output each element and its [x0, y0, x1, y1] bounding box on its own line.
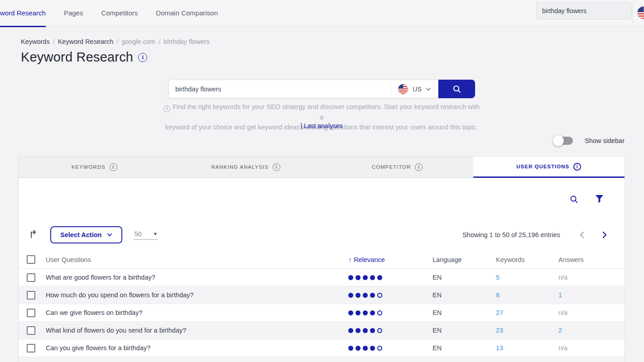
- topbar-search-input[interactable]: [536, 2, 632, 19]
- results-card: KEYWORDS RANKING ANALYSIS COMPETITOR USE…: [18, 156, 625, 362]
- last-analyses-link[interactable]: | Last analyses: [163, 122, 480, 129]
- tab-competitor[interactable]: COMPETITOR: [322, 157, 473, 178]
- question-text: Can you give flowers for a birthday?: [46, 344, 348, 352]
- keyword-search-input[interactable]: [168, 80, 390, 98]
- breadcrumb-separator: /: [116, 38, 118, 45]
- relevance-dot: [363, 275, 368, 280]
- info-icon[interactable]: [573, 163, 581, 171]
- relevance-dot: [356, 275, 360, 280]
- answers-value: n/a: [558, 274, 625, 281]
- relevance-dot: [363, 310, 368, 315]
- country-selector[interactable]: US: [390, 80, 438, 98]
- breadcrumb-keyword-research[interactable]: Keyword Research: [58, 38, 114, 45]
- sort-ascending-icon: ↑: [348, 256, 351, 263]
- header-answers[interactable]: Answers: [558, 256, 625, 263]
- relevance-dots: [348, 310, 433, 315]
- relevance-dot: [363, 328, 368, 333]
- header-user-questions: User Questions: [46, 256, 348, 263]
- breadcrumb: Keywords/Keyword Research/google.com/bir…: [21, 38, 210, 45]
- keyword-search-bar: US: [168, 80, 475, 98]
- relevance-dots: [348, 346, 433, 351]
- language-value: EN: [433, 291, 496, 299]
- header-keywords[interactable]: Keywords: [496, 256, 558, 263]
- country-code: US: [413, 86, 421, 93]
- show-sidebar-toggle[interactable]: [554, 137, 573, 145]
- info-icon[interactable]: [110, 163, 117, 171]
- keywords-count-link[interactable]: 27: [496, 309, 503, 316]
- title-info-icon[interactable]: [138, 53, 147, 62]
- header-relevance[interactable]: ↑ Relevance: [348, 256, 433, 263]
- select-all-checkbox[interactable]: [27, 255, 35, 264]
- relevance-dot: [377, 310, 382, 315]
- language-value: EN: [433, 327, 496, 334]
- show-sidebar-label: Show sidebar: [585, 137, 625, 144]
- row-checkbox[interactable]: [27, 273, 35, 282]
- select-action-button[interactable]: Select Action: [50, 226, 122, 243]
- relevance-dot: [356, 346, 360, 351]
- pagination-status: Showing 1 to 50 of 25,196 entries: [462, 231, 560, 238]
- keywords-count-link[interactable]: 5: [496, 274, 500, 281]
- page-title: Keyword Research: [21, 50, 133, 65]
- info-icon[interactable]: [415, 163, 423, 171]
- keywords-count-link[interactable]: 13: [496, 344, 503, 352]
- divider: [633, 1, 633, 23]
- info-icon[interactable]: [273, 163, 280, 171]
- table-row: Can we give flowers on birthday? EN 27 n…: [19, 304, 625, 322]
- next-page-button[interactable]: [602, 231, 607, 238]
- relevance-dot: [370, 275, 375, 280]
- relevance-dot: [356, 328, 360, 333]
- user-questions-table: User Questions ↑ Relevance Language Keyw…: [19, 251, 625, 362]
- table-row: What are good flowers for a birthday? EN…: [19, 269, 625, 286]
- toggle-knob: [553, 135, 564, 146]
- relevance-dot: [377, 293, 382, 298]
- relevance-dot: [348, 293, 353, 298]
- search-button[interactable]: [438, 80, 475, 98]
- table-row: What kind of flowers do you send for a b…: [19, 322, 625, 339]
- relevance-dots: [348, 328, 433, 333]
- us-flag-icon[interactable]: [637, 6, 644, 19]
- table-header-row: User Questions ↑ Relevance Language Keyw…: [19, 251, 625, 269]
- relevance-dot: [377, 346, 382, 351]
- relevance-dot: [370, 346, 375, 351]
- relevance-dot: [370, 328, 375, 333]
- breadcrumb-separator: /: [159, 38, 160, 45]
- relevance-dot: [363, 346, 368, 351]
- nav-item-keyword-research[interactable]: word Research: [0, 0, 46, 26]
- header-language[interactable]: Language: [433, 256, 496, 263]
- tab-keywords[interactable]: KEYWORDS: [19, 157, 170, 178]
- export-icon[interactable]: ↱: [29, 229, 38, 240]
- nav-item-domain-comparison[interactable]: Domain Comparison: [156, 0, 218, 26]
- filter-icon[interactable]: [595, 195, 604, 204]
- breadcrumb-keywords[interactable]: Keywords: [21, 38, 50, 45]
- top-navigation-bar: word Research Pages Competitors Domain C…: [0, 0, 644, 26]
- question-text: How much do you spend on flowers for a b…: [46, 291, 348, 299]
- row-checkbox[interactable]: [27, 344, 35, 352]
- relevance-dot: [348, 310, 353, 315]
- table-row: Can you give flowers for a birthday? EN …: [19, 339, 625, 357]
- tab-user-questions[interactable]: USER QUESTIONS: [473, 157, 625, 178]
- question-text: What are good flowers for a birthday?: [46, 274, 348, 281]
- breadcrumb-keyword: birthday flowers: [163, 38, 210, 45]
- keywords-count-link[interactable]: 23: [496, 327, 503, 334]
- row-checkbox[interactable]: [27, 326, 35, 335]
- row-checkbox[interactable]: [27, 291, 35, 300]
- table-search-icon[interactable]: [569, 195, 579, 204]
- info-icon: [163, 105, 170, 112]
- answers-value: 1: [558, 291, 625, 299]
- nav-item-pages[interactable]: Pages: [64, 0, 83, 26]
- previous-page-button[interactable]: [579, 231, 585, 238]
- answers-value: n/a: [558, 344, 625, 352]
- row-checkbox[interactable]: [27, 309, 35, 317]
- nav-item-competitors[interactable]: Competitors: [101, 0, 138, 26]
- us-flag-icon: [398, 84, 409, 95]
- page-size-select[interactable]: 50▼: [133, 230, 158, 240]
- breadcrumb-separator: /: [53, 38, 55, 45]
- tab-ranking-analysis[interactable]: RANKING ANALYSIS: [170, 157, 322, 178]
- relevance-dots: [348, 293, 433, 298]
- keywords-count-link[interactable]: 8: [496, 291, 500, 299]
- relevance-dot: [377, 328, 382, 333]
- search-icon: [452, 84, 462, 94]
- breadcrumb-domain[interactable]: google.com: [121, 38, 155, 45]
- relevance-dot: [370, 310, 375, 315]
- table-body: What are good flowers for a birthday? EN…: [19, 269, 625, 357]
